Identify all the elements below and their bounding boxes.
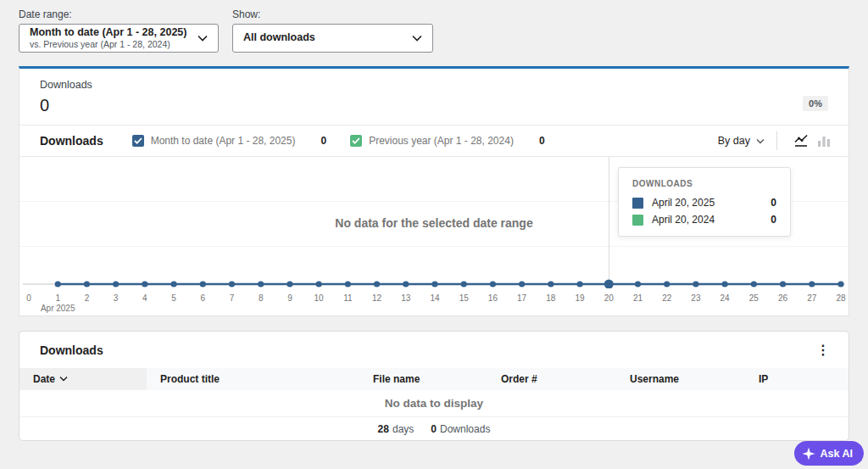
x-axis-tick: 11 [343, 293, 352, 303]
bar-chart-toggle-button[interactable] [813, 131, 835, 150]
line-chart-icon [793, 134, 809, 148]
x-axis-tick: 18 [546, 293, 555, 303]
chart-controls: By day [718, 131, 835, 150]
show-filter-group: Show: All downloads [232, 8, 433, 53]
series-swatch [632, 215, 643, 226]
x-axis-tick: 3 [114, 293, 119, 303]
table-empty-message: No data to display [19, 390, 849, 416]
check-icon [134, 137, 142, 144]
footer-days-label: days [392, 423, 414, 435]
date-range-label: Date range: [19, 8, 219, 20]
x-axis-tick: 4 [142, 293, 147, 303]
x-axis-tick: 20 [604, 293, 614, 303]
tooltip-label: April 20, 2025 [652, 197, 715, 209]
tooltip-row: April 20, 2024 0 [632, 214, 776, 226]
controls-divider [776, 131, 777, 150]
ask-ai-button[interactable]: Ask AI [794, 441, 864, 466]
column-header-file-name[interactable]: File name [359, 368, 487, 390]
summary-tile-downloads[interactable]: Downloads 0 [40, 79, 92, 115]
footer-days-value: 28 [378, 423, 389, 435]
tooltip-label: April 20, 2024 [652, 214, 715, 226]
interval-dropdown[interactable]: By day [718, 135, 765, 147]
x-axis-tick: 28 [836, 293, 845, 303]
date-range-dropdown[interactable]: Month to date (Apr 1 - 28, 2025) vs. Pre… [19, 24, 219, 53]
x-axis-tick: 24 [721, 293, 730, 303]
chart-title: Downloads [40, 134, 103, 148]
table-footer: 28 days 0 Downloads [19, 416, 849, 441]
show-value: All downloads [243, 31, 315, 45]
date-range-filter-group: Date range: Month to date (Apr 1 - 28, 2… [19, 8, 219, 53]
chart-header: Downloads Month to date (Apr 1 - 28, 202… [19, 126, 849, 157]
x-axis-tick: 23 [691, 293, 700, 303]
x-axis-tick: 15 [459, 293, 469, 303]
x-axis-month-label: Apr 2025 [41, 304, 75, 313]
table-title: Downloads [40, 343, 103, 357]
table-title-row: Downloads ⋮ [19, 332, 849, 368]
sparkle-icon [802, 447, 815, 461]
downloads-table: DateProduct titleFile nameOrder #Usernam… [19, 368, 849, 416]
checkbox-checked-icon[interactable] [350, 135, 362, 147]
x-axis-tick: 2 [85, 293, 90, 303]
x-axis: 0123456789101112131415161718192021222324… [19, 288, 849, 316]
legend-label: Previous year (Apr 1 - 28, 2024) [369, 135, 514, 147]
footer-downloads-label: Downloads [440, 423, 490, 435]
x-axis-tick: 1 [55, 293, 60, 303]
legend-value: 0 [320, 135, 326, 147]
summary-value: 0 [40, 96, 92, 115]
column-header-date[interactable]: Date [19, 368, 147, 390]
x-axis-tick: 10 [314, 293, 324, 303]
x-axis-tick: 0 [26, 293, 31, 303]
date-range-value: Month to date (Apr 1 - 28, 2025) [30, 26, 186, 40]
column-header-username[interactable]: Username [616, 368, 745, 390]
x-axis-tick: 16 [488, 293, 498, 303]
series-swatch [632, 198, 643, 209]
column-header-order[interactable]: Order # [487, 368, 616, 390]
column-header-product-title[interactable]: Product title [147, 368, 359, 390]
legend-item-previous-period[interactable]: Previous year (Apr 1 - 28, 2024) 0 [350, 135, 544, 147]
chart-legend: Month to date (Apr 1 - 28, 2025) 0 Previ… [132, 135, 545, 147]
chevron-down-icon [198, 35, 208, 42]
downloads-table-panel: Downloads ⋮ DateProduct titleFile nameOr… [19, 331, 849, 441]
x-axis-tick: 27 [807, 293, 816, 303]
chart-plot-area[interactable]: No data for the selected date range DOWN… [19, 157, 849, 288]
column-header-ip[interactable]: IP [745, 368, 849, 390]
show-dropdown[interactable]: All downloads [232, 24, 433, 53]
tooltip-value: 0 [771, 197, 776, 209]
x-axis-tick: 14 [430, 293, 439, 303]
legend-item-current-period[interactable]: Month to date (Apr 1 - 28, 2025) 0 [132, 135, 326, 147]
ask-ai-label: Ask AI [821, 448, 853, 460]
x-axis-tick: 22 [662, 293, 671, 303]
x-axis-tick: 8 [259, 293, 264, 303]
downloads-chart-panel: Downloads 0 0% Downloads Month to date (… [19, 66, 849, 316]
summary-delta-badge: 0% [803, 96, 828, 111]
table-menu-button[interactable]: ⋮ [810, 338, 837, 361]
date-range-comparison: vs. Previous year (Apr 1 - 28, 2024) [30, 39, 186, 50]
x-axis-tick: 5 [171, 293, 176, 303]
table-header-row: DateProduct titleFile nameOrder #Usernam… [19, 368, 849, 390]
sort-chevron-down-icon [59, 376, 68, 382]
x-axis-tick: 6 [201, 293, 206, 303]
legend-value: 0 [539, 135, 545, 147]
report-filters: Date range: Month to date (Apr 1 - 28, 2… [0, 0, 868, 53]
chart-tooltip: DOWNLOADS April 20, 2025 0 April 20, 202… [618, 167, 791, 237]
check-icon [352, 137, 360, 144]
x-axis-tick: 9 [287, 293, 292, 303]
kebab-icon: ⋮ [816, 343, 830, 357]
x-axis-tick: 21 [633, 293, 643, 303]
tooltip-value: 0 [771, 214, 776, 226]
x-axis-tick: 17 [517, 293, 526, 303]
line-chart-toggle-button[interactable] [789, 131, 813, 150]
table-row: No data to display [19, 390, 849, 416]
bar-chart-icon [817, 134, 831, 148]
interval-value: By day [718, 135, 750, 147]
summary-label: Downloads [40, 79, 92, 91]
x-axis-tick: 7 [230, 293, 235, 303]
checkbox-checked-icon[interactable] [132, 135, 144, 147]
chevron-down-icon [412, 35, 422, 42]
tooltip-row: April 20, 2025 0 [632, 197, 776, 209]
x-axis-tick: 19 [576, 293, 585, 303]
footer-downloads-value: 0 [431, 423, 437, 435]
x-axis-tick: 26 [778, 293, 787, 303]
chevron-down-icon [756, 138, 765, 144]
analytics-downloads-page: Date range: Month to date (Apr 1 - 28, 2… [0, 0, 868, 469]
